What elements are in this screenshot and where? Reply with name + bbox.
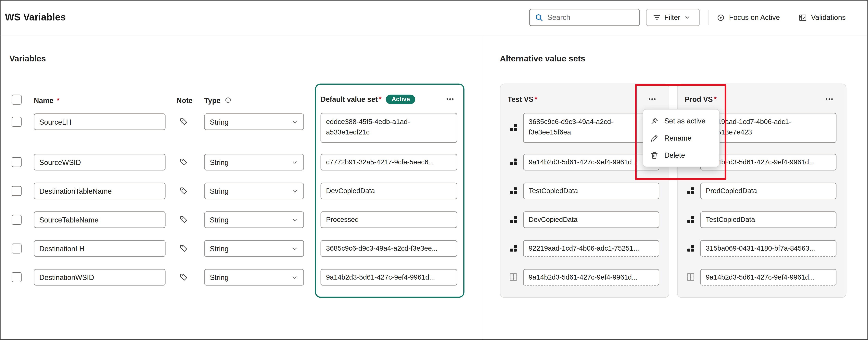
select-all-checkbox[interactable]: [11, 95, 22, 105]
variable-name-input[interactable]: SourceLH: [34, 114, 165, 130]
default-value-input[interactable]: DevCopiedData: [320, 183, 457, 199]
alt-value-input[interactable]: TestCopiedData: [523, 183, 659, 199]
ellipsis-icon: [648, 95, 656, 103]
search-input[interactable]: [548, 13, 634, 22]
alt-value-input[interactable]: 9a14b2d3-5d61-427c-9ef4-9961d...: [700, 154, 836, 171]
filter-label: Filter: [664, 13, 680, 22]
row-checkbox[interactable]: [11, 157, 22, 167]
validations-icon: [798, 13, 807, 22]
type-select[interactable]: String: [204, 154, 304, 171]
variable-name-input[interactable]: DestinationLH: [34, 240, 165, 257]
menu-item-rename[interactable]: Rename: [643, 129, 719, 147]
alt-value-input[interactable]: TestCopiedData: [700, 211, 836, 228]
variable-icon: [509, 186, 518, 195]
note-icon[interactable]: [179, 215, 188, 224]
variable-icon: [509, 244, 518, 252]
type-select[interactable]: String: [204, 114, 304, 130]
ellipsis-icon: [445, 95, 455, 103]
type-select[interactable]: String: [204, 269, 304, 285]
type-value: String: [210, 187, 228, 195]
alt-value-input[interactable]: 9a14b2d3-5d61-427c-9ef4-9961d...: [700, 269, 836, 285]
search-box[interactable]: [529, 9, 640, 26]
validations-button[interactable]: Validations: [798, 9, 846, 26]
panel-divider: [483, 35, 483, 339]
variable-name-input[interactable]: DestinationWSID: [34, 269, 165, 285]
trash-icon: [650, 151, 659, 160]
type-value: String: [210, 158, 228, 166]
row-checkbox[interactable]: [11, 186, 22, 196]
variable-icon: [509, 215, 518, 224]
required-asterisk: *: [535, 95, 537, 103]
chevron-down-icon: [291, 245, 299, 252]
alt-value-input[interactable]: 9a14b2d3-5d61-427c-9ef4-9961d...: [523, 269, 659, 285]
default-value-input[interactable]: 3685c9c6-d9c3-49a4-a2cd-f3e3ee...: [320, 240, 457, 257]
default-value-input[interactable]: Processed: [320, 211, 457, 228]
default-value-input[interactable]: eddce388-45f5-4edb-a1ad-a533e1ecf21c: [320, 113, 457, 143]
default-value-input[interactable]: 9a14b2d3-5d61-427c-9ef4-9961d...: [320, 269, 457, 285]
note-icon[interactable]: [179, 273, 188, 282]
type-value: String: [210, 216, 228, 224]
row-checkbox[interactable]: [11, 244, 22, 254]
test-vs-title: Test VS: [508, 95, 533, 103]
type-value: String: [210, 244, 228, 253]
default-set-header: Default value set * Active: [320, 92, 458, 105]
variable-name-input[interactable]: SourceWSID: [34, 154, 165, 171]
note-icon[interactable]: [179, 186, 188, 195]
note-column-label: Note: [177, 96, 193, 104]
note-icon[interactable]: [179, 117, 188, 126]
default-value-input[interactable]: c7772b91-32a5-4217-9cfe-5eec6...: [320, 154, 457, 171]
alt-value-input[interactable]: 3685c9c6-d9c3-49a4-a2cd-f3e3ee15f6ea: [523, 113, 659, 143]
required-asterisk: *: [57, 96, 59, 104]
chevron-down-icon: [291, 274, 299, 281]
alt-value-input[interactable]: 315ba069-0431-4180-bf7a-84563...: [700, 240, 836, 257]
required-asterisk: *: [379, 95, 382, 103]
alt-value-input[interactable]: ProdCopiedData: [700, 183, 836, 199]
chevron-down-icon: [291, 158, 299, 166]
context-menu: Set as active Rename Delete: [643, 109, 720, 167]
alt-value-input[interactable]: 92219aad-1cd7-4b06-adc1-752513e7e423: [700, 113, 836, 143]
chevron-down-icon: [291, 187, 299, 195]
type-select[interactable]: String: [204, 211, 304, 228]
info-icon: [224, 96, 232, 104]
alt-value-input[interactable]: DevCopiedData: [523, 211, 659, 228]
grid-icon: [686, 273, 695, 281]
pin-icon: [650, 117, 659, 125]
chevron-down-icon: [684, 14, 691, 21]
row-checkbox[interactable]: [11, 272, 22, 282]
note-icon[interactable]: [179, 244, 188, 253]
toolbar-divider: [708, 10, 709, 25]
more-options-button[interactable]: [442, 93, 458, 105]
alt-value-input[interactable]: 92219aad-1cd7-4b06-adc1-75251...: [523, 240, 659, 257]
variable-icon: [686, 244, 695, 252]
type-column-label: Type: [204, 96, 221, 104]
required-asterisk: *: [714, 95, 717, 103]
name-column-label: Name: [34, 96, 53, 104]
focus-on-active-button[interactable]: Focus on Active: [716, 9, 780, 26]
column-header-type: Type: [204, 95, 232, 106]
menu-item-label: Delete: [664, 151, 685, 159]
menu-item-label: Set as active: [664, 117, 705, 125]
variable-name-input[interactable]: DestinationTableName: [34, 183, 165, 199]
variable-icon: [509, 123, 518, 132]
variables-section-title: Variables: [9, 54, 46, 63]
type-select[interactable]: String: [204, 240, 304, 257]
active-badge: Active: [386, 94, 415, 104]
variable-icon: [686, 215, 695, 224]
menu-item-set-as-active[interactable]: Set as active: [643, 113, 719, 129]
menu-item-delete[interactable]: Delete: [643, 147, 719, 164]
header-divider: [1, 35, 867, 35]
note-icon[interactable]: [179, 158, 188, 166]
row-checkbox[interactable]: [11, 215, 22, 225]
variable-name-input[interactable]: SourceTableName: [34, 211, 165, 228]
row-checkbox[interactable]: [11, 117, 22, 127]
more-options-button[interactable]: [644, 93, 660, 105]
validations-label: Validations: [811, 13, 845, 22]
alt-value-input[interactable]: 9a14b2d3-5d61-427c-9ef4-9961d...: [523, 154, 659, 171]
ellipsis-icon: [825, 95, 834, 103]
chevron-down-icon: [291, 216, 299, 223]
menu-item-label: Rename: [664, 134, 691, 142]
type-select[interactable]: String: [204, 183, 304, 199]
filter-button[interactable]: Filter: [646, 9, 700, 26]
column-header-note: Note: [177, 95, 193, 106]
more-options-button[interactable]: [821, 93, 837, 105]
